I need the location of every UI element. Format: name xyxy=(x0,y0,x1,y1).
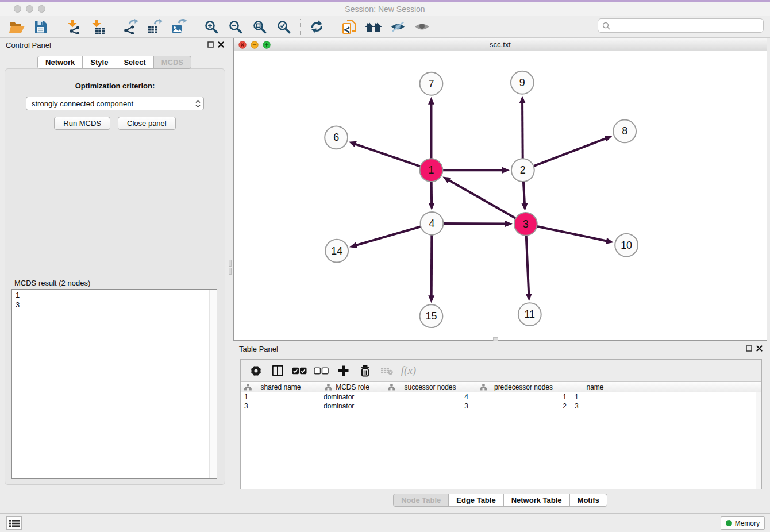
deselect-all-columns-button[interactable] xyxy=(314,363,329,378)
edge-2-to-8[interactable] xyxy=(533,138,607,167)
zoom-selected-button[interactable] xyxy=(274,18,294,36)
cell-successor-nodes[interactable]: 3 xyxy=(384,402,476,411)
export-network-icon xyxy=(122,19,138,34)
run-mcds-button[interactable]: Run MCDS xyxy=(54,117,110,130)
cell-predecessor-nodes[interactable]: 1 xyxy=(476,392,571,402)
graph-node-2[interactable]: 2 xyxy=(511,159,534,182)
cell-shared-name[interactable]: 3 xyxy=(241,402,321,411)
vertical-splitter-handle[interactable] xyxy=(229,259,233,279)
select-all-columns-button[interactable] xyxy=(292,363,307,378)
graph-node-3[interactable]: 3 xyxy=(514,213,537,236)
function-builder-button[interactable]: f(x) xyxy=(401,363,416,378)
column-header-name[interactable]: name xyxy=(571,381,619,392)
column-header-successor-nodes[interactable]: successor nodes xyxy=(384,381,476,392)
edge-3-to-11[interactable] xyxy=(526,234,529,295)
edge-4-to-15[interactable] xyxy=(432,234,432,297)
show-all-button[interactable] xyxy=(412,18,432,36)
graph-node-11[interactable]: 11 xyxy=(518,303,541,326)
tab-motifs[interactable]: Motifs xyxy=(569,494,607,507)
graph-node-7[interactable]: 7 xyxy=(420,72,443,95)
graph-node-8[interactable]: 8 xyxy=(613,120,636,143)
zoom-fit-button[interactable] xyxy=(250,18,270,36)
graph-node-10[interactable]: 10 xyxy=(615,234,638,257)
table-row[interactable]: 1 dominator 4 1 1 xyxy=(241,392,761,402)
mcds-result-text[interactable]: 1 3 xyxy=(11,289,217,479)
horizontal-splitter-handle[interactable] xyxy=(493,337,498,341)
svg-text:7: 7 xyxy=(428,78,434,90)
network-graph[interactable]: 7968124314101511 xyxy=(234,51,767,340)
edge-1-to-6[interactable] xyxy=(355,144,421,167)
tab-node-table[interactable]: Node Table xyxy=(393,494,449,507)
edge-3-to-10[interactable] xyxy=(536,226,607,241)
tab-network-table[interactable]: Network Table xyxy=(503,494,570,507)
export-image-button[interactable] xyxy=(169,18,188,36)
delete-column-button[interactable] xyxy=(357,363,372,378)
cell-successor-nodes[interactable]: 4 xyxy=(384,392,476,402)
network-window-titlebar[interactable]: scc.txt xyxy=(234,38,767,51)
arrowhead-icon xyxy=(429,203,435,210)
tab-select[interactable]: Select xyxy=(116,56,153,69)
search-input[interactable] xyxy=(613,21,763,30)
svg-text:2: 2 xyxy=(520,164,526,176)
criterion-select[interactable]: strongly connected component xyxy=(26,97,204,110)
cell-mcds-role[interactable]: dominator xyxy=(321,402,384,411)
first-neighbors-button[interactable] xyxy=(364,18,383,36)
table-scrollbar[interactable] xyxy=(756,392,761,489)
refresh-layout-button[interactable] xyxy=(307,18,326,36)
tab-mcds[interactable]: MCDS xyxy=(153,56,191,69)
tab-network[interactable]: Network xyxy=(37,56,83,69)
memory-label: Memory xyxy=(735,519,760,527)
import-table-button[interactable] xyxy=(88,18,107,36)
edge-2-to-3[interactable] xyxy=(523,180,525,205)
tab-style[interactable]: Style xyxy=(82,56,116,69)
table-row[interactable]: 3 dominator 3 2 3 xyxy=(241,402,761,411)
eye-icon xyxy=(414,22,430,32)
svg-text:10: 10 xyxy=(621,240,632,251)
graph-node-9[interactable]: 9 xyxy=(511,71,534,94)
export-network-button[interactable] xyxy=(121,18,140,36)
columns-icon xyxy=(272,365,283,376)
hide-selected-button[interactable] xyxy=(388,18,407,36)
graph-node-14[interactable]: 14 xyxy=(325,240,348,263)
network-canvas[interactable]: 7968124314101511 xyxy=(234,51,767,340)
cell-name[interactable]: 1 xyxy=(571,392,619,402)
cell-shared-name[interactable]: 1 xyxy=(241,392,321,402)
column-header-shared-name[interactable]: shared name xyxy=(241,381,321,392)
create-column-button[interactable] xyxy=(336,363,351,378)
import-network-button[interactable] xyxy=(64,18,83,36)
search-box[interactable] xyxy=(598,18,764,33)
float-table-panel-icon[interactable] xyxy=(746,345,752,352)
graph-node-15[interactable]: 15 xyxy=(420,304,443,327)
graph-node-1[interactable]: 1 xyxy=(420,159,443,182)
column-header-mcds-role[interactable]: MCDS role xyxy=(321,381,384,392)
delete-table-button[interactable] xyxy=(379,363,394,378)
zoom-out-button[interactable] xyxy=(226,18,245,36)
arrowhead-icon xyxy=(519,96,526,103)
clone-network-button[interactable] xyxy=(340,18,359,36)
result-scrollbar[interactable] xyxy=(209,290,217,478)
export-table-button[interactable] xyxy=(145,18,164,36)
cell-mcds-role[interactable]: dominator xyxy=(321,392,384,402)
cell-predecessor-nodes[interactable]: 2 xyxy=(476,402,571,411)
network-view-window: scc.txt 7968124314101511 xyxy=(233,38,767,341)
edge-3-to-1[interactable] xyxy=(448,180,517,219)
table-settings-button[interactable] xyxy=(248,363,263,378)
graph-node-4[interactable]: 4 xyxy=(421,212,444,235)
edge-4-to-3[interactable] xyxy=(442,223,506,224)
zoom-in-button[interactable] xyxy=(202,18,221,36)
tab-edge-table[interactable]: Edge Table xyxy=(448,494,503,507)
edge-4-to-14[interactable] xyxy=(356,226,422,245)
close-table-panel-icon[interactable] xyxy=(756,345,763,352)
show-columns-button[interactable] xyxy=(270,363,285,378)
graph-node-6[interactable]: 6 xyxy=(325,126,348,149)
task-history-button[interactable] xyxy=(6,516,22,530)
close-panel-icon[interactable] xyxy=(218,41,224,48)
open-session-button[interactable] xyxy=(7,18,26,36)
cell-name[interactable]: 3 xyxy=(571,402,619,411)
close-panel-button[interactable]: Close panel xyxy=(118,117,176,130)
memory-button[interactable]: Memory xyxy=(721,516,765,530)
column-header-predecessor-nodes[interactable]: predecessor nodes xyxy=(476,381,571,392)
float-panel-icon[interactable] xyxy=(207,41,214,48)
edge-2-to-9[interactable] xyxy=(522,102,523,160)
save-session-button[interactable] xyxy=(31,18,51,36)
